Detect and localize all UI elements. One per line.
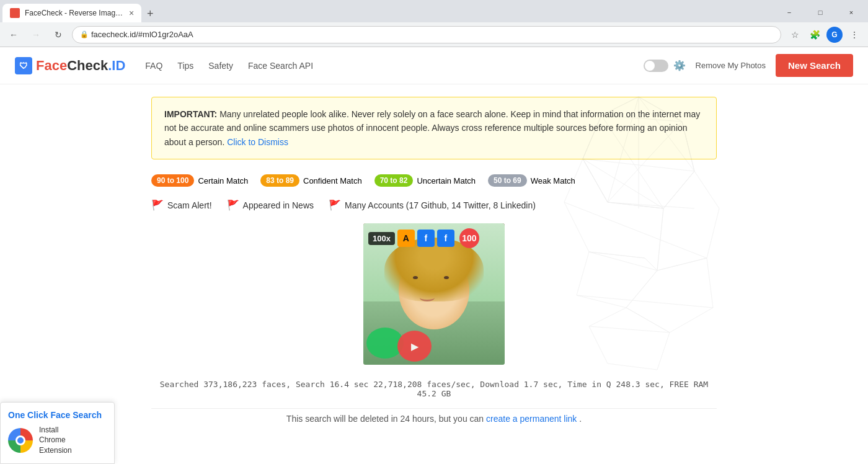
site-logo[interactable]: 🛡 FaceCheck.ID — [15, 57, 125, 74]
delete-notice: This search will be deleted in 24 hours,… — [151, 414, 717, 424]
address-bar-row: ← → ↻ 🔒 facecheck.id/#mlO1gr2oAaA ☆ 🧩 G … — [0, 22, 868, 47]
nav-faq[interactable]: FAQ — [145, 61, 162, 71]
new-tab-button[interactable]: + — [141, 5, 159, 22]
confident-match-label: Confident Match — [303, 176, 362, 185]
result-image[interactable]: ▶ 100x A f f 100 — [363, 223, 505, 365]
certain-match-label: Certain Match — [198, 176, 248, 185]
legend-weak: 50 to 69 Weak Match — [488, 174, 575, 187]
match-legend: 90 to 100 Certain Match 83 to 89 Confide… — [151, 174, 717, 187]
toggle-knob — [645, 61, 655, 71]
toolbar-icons: ☆ 🧩 G ⋮ — [786, 26, 863, 43]
url-text: facecheck.id/#mlO1gr2oAaA — [91, 30, 193, 39]
window-controls: − □ × — [775, 2, 866, 22]
svg-line-16 — [589, 252, 657, 270]
weak-match-label: Weak Match — [531, 176, 575, 185]
lock-icon: 🔒 — [80, 30, 89, 38]
dismiss-link[interactable]: Click to Dismiss — [227, 137, 288, 147]
scam-alert-flag: 🚩 Scam Alert! — [151, 199, 212, 211]
svg-marker-8 — [589, 308, 670, 370]
legend-uncertain: 70 to 82 Uncertain Match — [374, 174, 476, 187]
extension-install-text: Install Chrome Extension — [39, 425, 72, 456]
tab-bar: FaceCheck - Reverse Image Sear... × + − … — [0, 0, 868, 22]
nav-tips[interactable]: Tips — [177, 61, 193, 71]
profile-icon[interactable]: G — [826, 26, 843, 43]
warning-important: IMPORTANT: — [164, 109, 217, 119]
badge-70-82: 70 to 82 — [374, 174, 414, 187]
divider — [151, 408, 717, 409]
svg-line-18 — [589, 326, 670, 332]
chrome-icon-container — [8, 428, 33, 453]
score-badge: 100 — [459, 228, 479, 248]
news-flag-icon: 🚩 — [227, 199, 239, 211]
flags-row: 🚩 Scam Alert! 🚩 Appeared in News 🚩 Many … — [151, 199, 717, 211]
legend-confident: 83 to 89 Confident Match — [260, 174, 361, 187]
extension-promo-title: One Click Face Search — [8, 410, 107, 420]
appeared-in-news-label: Appeared in News — [243, 200, 314, 210]
logo-shield-icon: 🛡 — [15, 57, 32, 74]
page-content: 🛡 FaceCheck.ID FAQ Tips Safety Face Sear… — [0, 47, 868, 448]
result-card[interactable]: ▶ 100x A f f 100 — [363, 223, 505, 365]
extension-icon[interactable]: 🧩 — [806, 26, 823, 43]
site-nav: 🛡 FaceCheck.ID FAQ Tips Safety Face Sear… — [0, 47, 868, 84]
image-top-badges: 100x A f f 100 — [368, 228, 479, 248]
user-avatar: G — [826, 27, 843, 43]
facebook-icon-1: f — [417, 230, 435, 247]
svg-marker-6 — [577, 252, 657, 308]
logo-face: FaceCheck.ID — [36, 58, 125, 74]
amazon-icon: A — [397, 230, 415, 247]
forward-button[interactable]: → — [27, 26, 45, 43]
refresh-button[interactable]: ↻ — [50, 26, 67, 43]
address-input[interactable]: 🔒 facecheck.id/#mlO1gr2oAaA — [72, 26, 781, 43]
active-tab[interactable]: FaceCheck - Reverse Image Sear... × — [2, 4, 141, 22]
multiplier-badge: 100x — [368, 232, 395, 245]
appeared-news-flag: 🚩 Appeared in News — [227, 199, 314, 211]
svg-marker-7 — [626, 258, 713, 332]
toggle-container: ⚙️ — [644, 60, 686, 72]
uncertain-match-label: Uncertain Match — [417, 176, 476, 185]
badge-90-100: 90 to 100 — [151, 174, 194, 187]
legend-certain: 90 to 100 Certain Match — [151, 174, 248, 187]
scam-flag-icon: 🚩 — [151, 199, 164, 211]
tab-title: FaceCheck - Reverse Image Sear... — [25, 9, 124, 17]
theme-toggle[interactable] — [644, 60, 668, 72]
main-content: IMPORTANT: Many unrelated people look al… — [136, 84, 732, 448]
chrome-logo-icon — [8, 428, 33, 453]
svg-line-17 — [577, 295, 713, 308]
extension-promo[interactable]: One Click Face Search Install Chrome Ext… — [0, 402, 115, 464]
red-circle-overlay: ▶ — [397, 331, 432, 362]
extension-promo-body: Install Chrome Extension — [8, 425, 107, 456]
maximize-button[interactable]: □ — [806, 2, 835, 22]
permanent-link[interactable]: create a permanent link — [486, 414, 577, 424]
back-button[interactable]: ← — [5, 26, 22, 43]
facebook-icon-2: f — [437, 230, 454, 247]
tab-favicon — [10, 8, 20, 18]
bookmark-star-icon[interactable]: ☆ — [786, 26, 804, 43]
toggle-icon: ⚙️ — [673, 60, 686, 71]
new-search-button[interactable]: New Search — [776, 54, 853, 77]
minimize-button[interactable]: − — [775, 2, 804, 22]
badge-50-69: 50 to 69 — [488, 174, 527, 187]
chrome-inner-circle — [16, 435, 25, 445]
scam-alert-label: Scam Alert! — [167, 200, 212, 210]
stats-text: Searched 373,186,223 faces, Search 16.4 … — [151, 380, 717, 398]
many-accounts-label: Many Accounts (17 Github, 14 Twitter, 8 … — [345, 200, 536, 210]
nav-face-search-api[interactable]: Face Search API — [248, 61, 313, 71]
warning-banner: IMPORTANT: Many unrelated people look al… — [151, 97, 717, 159]
remove-photos-button[interactable]: Remove My Photos — [696, 61, 766, 70]
badge-83-89: 83 to 89 — [260, 174, 299, 187]
delete-text: This search will be deleted in 24 hours,… — [286, 414, 484, 424]
nav-right: ⚙️ Remove My Photos New Search — [644, 54, 853, 77]
nav-links: FAQ Tips Safety Face Search API — [145, 61, 313, 71]
close-button[interactable]: × — [837, 2, 866, 22]
svg-line-12 — [583, 159, 694, 171]
delete-suffix: . — [579, 414, 582, 424]
many-accounts-flag: 🚩 Many Accounts (17 Github, 14 Twitter, … — [329, 199, 536, 211]
browser-window: FaceCheck - Reverse Image Sear... × + − … — [0, 0, 868, 47]
tab-close-button[interactable]: × — [129, 8, 134, 18]
accounts-flag-icon: 🚩 — [329, 199, 341, 211]
nav-safety[interactable]: Safety — [208, 61, 233, 71]
menu-icon[interactable]: ⋮ — [846, 26, 863, 43]
